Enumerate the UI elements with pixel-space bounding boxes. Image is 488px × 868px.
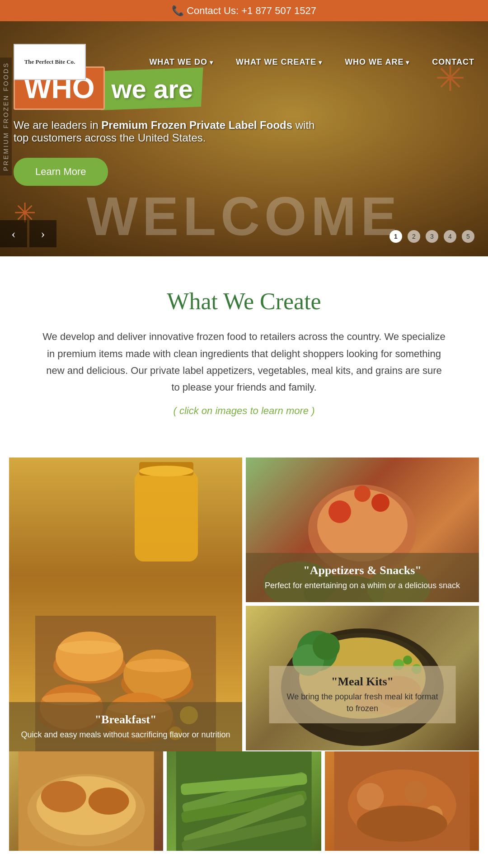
hero-section: ✳ ✳ PREMIUM FROZEN FOODS The Perfect Bit… [0, 21, 488, 256]
mealkit-grid-item[interactable]: "Meal Kits" We bring the popular fresh m… [246, 606, 479, 750]
svg-point-8 [123, 650, 191, 699]
bottom-image-grid [0, 751, 488, 860]
hero-subtitle: We are leaders in Premium Frozen Private… [14, 119, 321, 144]
svg-point-25 [354, 486, 371, 502]
hero-page-2[interactable]: 2 [408, 230, 420, 243]
svg-point-50 [357, 783, 384, 810]
svg-rect-0 [135, 471, 198, 561]
svg-point-40 [41, 781, 86, 812]
bottom-image-2[interactable] [167, 751, 321, 851]
breakfast-overlay: "Breakfast" Quick and easy meals without… [9, 702, 242, 751]
main-nav: WHAT WE DO WHAT WE CREATE WHO WE ARE CON… [149, 57, 474, 67]
svg-point-24 [371, 494, 389, 512]
svg-point-33 [403, 656, 412, 665]
site-logo[interactable]: The Perfect Bite Co. [14, 44, 86, 80]
breakfast-label: "Breakfast" [18, 713, 233, 726]
breakfast-grid-item[interactable]: "Breakfast" Quick and easy meals without… [9, 458, 242, 751]
svg-point-53 [357, 806, 447, 842]
nav-item-contact[interactable]: CONTACT [432, 57, 474, 67]
site-header: The Perfect Bite Co. WHAT WE DO WHAT WE … [0, 39, 488, 85]
bottom-image-1[interactable] [9, 751, 163, 851]
mealkit-label: "Meal Kits" [283, 675, 442, 689]
svg-point-23 [328, 500, 351, 523]
wwc-description: We develop and deliver innovative frozen… [41, 328, 447, 396]
mealkit-overlay: "Meal Kits" We bring the popular fresh m… [269, 666, 456, 723]
svg-point-9 [126, 659, 189, 672]
hero-page-1[interactable]: 1 [389, 230, 402, 243]
hero-page-5[interactable]: 5 [462, 230, 474, 243]
svg-point-41 [89, 788, 129, 815]
svg-point-31 [313, 633, 340, 660]
svg-point-2 [139, 466, 193, 476]
hero-prev-button[interactable]: ‹ [0, 220, 27, 247]
nav-item-what-we-create[interactable]: WHAT WE CREATE [236, 57, 322, 67]
top-bar: 📞 Contact Us: +1 877 507 1527 [0, 0, 488, 21]
hero-subtitle-bold: Premium Frozen Private Label Foods [101, 119, 292, 131]
hero-page-4[interactable]: 4 [444, 230, 456, 243]
nav-item-who-we-are[interactable]: WHO WE ARE [345, 57, 409, 67]
hero-subtitle-prefix: We are leaders in [14, 119, 101, 131]
appetizers-sub: Perfect for entertaining on a whim or a … [265, 581, 460, 590]
wwc-hint: ( click on images to learn more ) [36, 405, 452, 417]
appetizers-label: "Appetizers & Snacks" [255, 564, 470, 577]
wwc-title: What We Create [36, 288, 452, 315]
logo-text: The Perfect Bite Co. [24, 58, 75, 66]
appetizers-overlay: "Appetizers & Snacks" Perfect for entert… [246, 553, 479, 602]
product-image-grid: "Breakfast" Quick and easy meals without… [0, 458, 488, 751]
svg-point-51 [404, 781, 427, 803]
mealkit-sub: We bring the popular fresh meal kit form… [287, 692, 438, 712]
breakfast-sub: Quick and easy meals without sacrificing… [21, 730, 230, 739]
what-we-create-section: What We Create We develop and deliver in… [0, 256, 488, 458]
svg-point-6 [58, 641, 121, 654]
learn-more-button[interactable]: Learn More [14, 158, 108, 186]
hero-pagination: 1 2 3 4 5 [389, 230, 474, 243]
svg-point-5 [56, 632, 123, 681]
hero-welcome-text: WELCOME [87, 185, 402, 247]
appetizers-grid-item[interactable]: "Appetizers & Snacks" Perfect for entert… [246, 458, 479, 602]
hero-next-button[interactable]: › [29, 220, 56, 247]
hero-page-3[interactable]: 3 [426, 230, 438, 243]
nav-item-what-we-do[interactable]: WHAT WE DO [149, 57, 213, 67]
contact-info: Contact Us: +1 877 507 1527 [187, 5, 316, 16]
bottom-image-3[interactable] [325, 751, 479, 851]
phone-icon: 📞 [172, 5, 184, 16]
